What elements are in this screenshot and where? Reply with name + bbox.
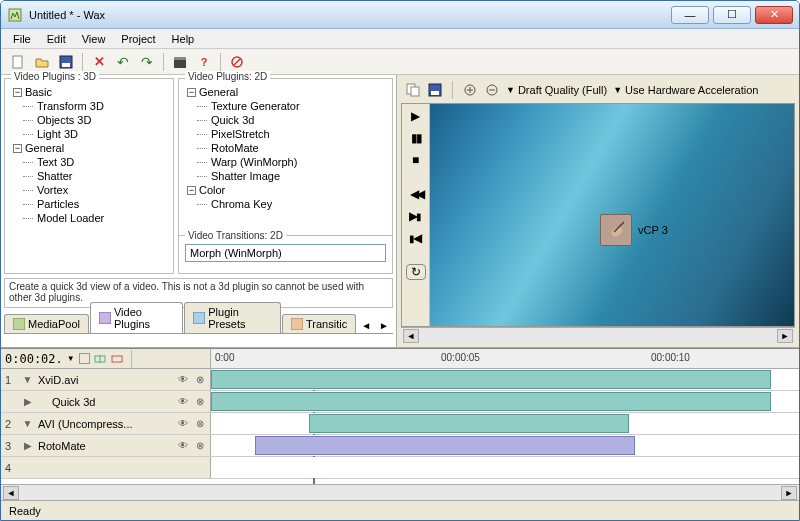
stop-icon[interactable]: ■ [407,152,425,168]
plugin-item[interactable]: Model Loader [37,211,169,225]
zoom-in-timeline-icon[interactable] [94,352,107,365]
preview-hscroll[interactable]: ◄ ► [401,327,795,343]
zoom-out-icon[interactable] [484,82,500,98]
plugin-item[interactable]: Texture Generator [211,99,388,113]
tab-videoplugins[interactable]: Video Plugins [90,302,183,333]
track-delete-icon[interactable]: ⊗ [193,373,206,386]
menu-view[interactable]: View [76,31,112,47]
menu-help[interactable]: Help [166,31,201,47]
plugin-item[interactable]: Warp (WinMorph) [211,155,388,169]
track-delete-icon[interactable]: ⊗ [193,395,206,408]
tree-group[interactable]: General [25,142,64,154]
expander-icon[interactable]: − [13,88,22,97]
track-name[interactable]: RotoMate [38,440,172,452]
tab-transitions[interactable]: Transitic [282,314,356,333]
rewind-icon[interactable]: ◀◀ [407,186,425,202]
plugin-item[interactable]: Shatter Image [211,169,388,183]
track-lane[interactable] [211,369,799,390]
tab-scroll-left[interactable]: ◄ [357,318,375,333]
redo-button[interactable]: ↷ [136,51,158,73]
plugins-2d-tree[interactable]: −GeneralTexture GeneratorQuick 3dPixelSt… [179,79,392,235]
zoom-in-icon[interactable] [462,82,478,98]
close-button[interactable]: ✕ [755,6,793,24]
tab-mediapool[interactable]: MediaPool [4,314,89,333]
tree-group[interactable]: Basic [25,86,52,98]
step-back-icon[interactable]: ▮◀ [407,230,425,246]
track-toggle-a[interactable] [79,353,90,364]
new-button[interactable] [7,51,29,73]
plugin-item[interactable]: Shatter [37,169,169,183]
expander-icon[interactable]: − [187,88,196,97]
menu-project[interactable]: Project [115,31,161,47]
help-button[interactable]: ? [193,51,215,73]
step-fwd-icon[interactable]: ▶▮ [407,208,425,224]
track-name[interactable]: Quick 3d [52,396,172,408]
track-visible-icon[interactable]: 👁 [176,395,189,408]
expander-icon[interactable]: − [187,186,196,195]
expander-icon[interactable]: − [13,144,22,153]
track-visible-icon[interactable]: 👁 [176,417,189,430]
track-expand-icon[interactable]: ▼ [21,373,34,386]
track-expand-icon[interactable]: ▶ [21,439,34,452]
menu-edit[interactable]: Edit [41,31,72,47]
tl-scroll-left-icon[interactable]: ◄ [3,486,19,500]
preview-canvas[interactable]: vCP 3 [430,104,794,326]
hw-accel-dropdown[interactable]: ▼ Use Hardware Acceleration [613,84,758,96]
plugin-item[interactable]: Text 3D [37,155,169,169]
plugin-item[interactable]: Quick 3d [211,113,388,127]
quality-dropdown[interactable]: ▼ Draft Quality (Full) [506,84,607,96]
cancel-button[interactable] [226,51,248,73]
open-button[interactable] [31,51,53,73]
plugin-item[interactable]: Objects 3D [37,113,169,127]
track-name[interactable]: AVI (Uncompress... [38,418,172,430]
timecode-dropdown-icon[interactable]: ▼ [67,354,75,363]
minimize-button[interactable]: — [671,6,709,24]
menu-file[interactable]: File [7,31,37,47]
scroll-left-icon[interactable]: ◄ [403,329,419,343]
plugin-item[interactable]: PixelStretch [211,127,388,141]
tl-scroll-right-icon[interactable]: ► [781,486,797,500]
plugin-item[interactable]: Particles [37,197,169,211]
save-frame-icon[interactable] [427,82,443,98]
tab-scroll-right[interactable]: ► [375,318,393,333]
transition-selected[interactable]: Morph (WinMorph) [185,244,386,262]
play-icon[interactable]: ▶ [407,108,425,124]
plugin-item[interactable]: RotoMate [211,141,388,155]
plugin-item[interactable]: Chroma Key [211,197,388,211]
timecode[interactable]: 0:00:02. [5,352,63,366]
tab-pluginpresets[interactable]: Plugin Presets [184,302,281,333]
clapper-button[interactable] [169,51,191,73]
track-name[interactable]: XviD.avi [38,374,172,386]
track-lane[interactable] [211,457,799,478]
save-button[interactable] [55,51,77,73]
scroll-right-icon[interactable]: ► [777,329,793,343]
plugin-item[interactable]: Vortex [37,183,169,197]
track-expand-icon[interactable]: ▼ [21,417,34,430]
track-lane[interactable] [211,435,799,456]
timeline-clip[interactable] [211,392,771,411]
timeline-clip[interactable] [255,436,635,455]
delete-button[interactable]: ✕ [88,51,110,73]
time-ruler[interactable]: 0:00 00:00:05 00:00:10 [211,349,799,368]
preview-clip[interactable]: vCP 3 [600,214,668,246]
track-visible-icon[interactable]: 👁 [176,373,189,386]
titlebar[interactable]: Untitled * - Wax — ☐ ✕ [1,1,799,29]
tree-group[interactable]: Color [199,184,225,196]
plugins-3d-tree[interactable]: −BasicTransform 3DObjects 3DLight 3D−Gen… [5,79,173,273]
pause-icon[interactable]: ▮▮ [407,130,425,146]
timeline-clip[interactable] [211,370,771,389]
undo-button[interactable]: ↶ [112,51,134,73]
plugin-item[interactable]: Light 3D [37,127,169,141]
loop-icon[interactable]: ↻ [406,264,426,280]
zoom-out-timeline-icon[interactable] [111,352,124,365]
timeline-clip[interactable] [309,414,629,433]
track-lane[interactable] [211,391,799,412]
timeline-hscroll[interactable]: ◄ ► [1,484,799,500]
track-expand-icon[interactable]: ▶ [21,395,34,408]
track-lane[interactable] [211,413,799,434]
plugin-item[interactable]: Transform 3D [37,99,169,113]
track-delete-icon[interactable]: ⊗ [193,439,206,452]
track-visible-icon[interactable]: 👁 [176,439,189,452]
maximize-button[interactable]: ☐ [713,6,751,24]
copy-icon[interactable] [405,82,421,98]
